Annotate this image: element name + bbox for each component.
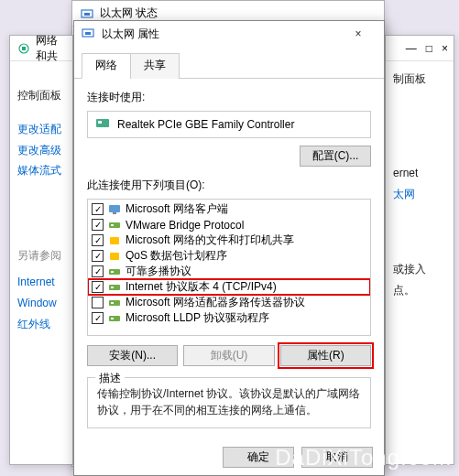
svg-rect-11 [111, 224, 114, 226]
svg-rect-5 [85, 32, 91, 35]
checkbox-icon[interactable] [92, 250, 104, 262]
tab-sharing[interactable]: 共享 [130, 53, 180, 79]
svg-rect-20 [109, 316, 120, 321]
list-item[interactable]: Microsoft 网络客户端 [88, 201, 370, 217]
checkbox-icon[interactable] [92, 203, 104, 215]
client-icon [107, 203, 122, 216]
svg-rect-9 [113, 212, 116, 214]
list-item[interactable]: Microsoft 网络的文件和打印机共享 [88, 233, 370, 248]
items-label: 此连接使用下列项目(O): [87, 178, 371, 193]
description-group: 描述 传输控制协议/Internet 协议。该协议是默认的广域网络协议，用于在不… [87, 377, 371, 428]
bg-window-nav-title: 网络和共 [36, 33, 65, 64]
bg3-text: 制面板 [393, 69, 446, 90]
svg-rect-3 [22, 47, 26, 50]
connection-items-list[interactable]: Microsoft 网络客户端VMware Bridge ProtocolMic… [87, 199, 371, 336]
nav-item[interactable]: 控制面板 [17, 85, 65, 106]
properties-button[interactable]: 属性(R) [280, 345, 371, 366]
list-item-label: Internet 协议版本 4 (TCP/IPv4) [126, 279, 277, 295]
bg3-line1: ernet [393, 163, 446, 184]
network-center-icon [17, 41, 30, 56]
list-item[interactable]: Internet 协议版本 4 (TCP/IPv4) [88, 279, 370, 295]
ethernet-icon [82, 27, 96, 41]
close-button[interactable]: × [340, 23, 377, 45]
svg-rect-12 [110, 237, 119, 244]
bg-window-right: — □ × 制面板 ernet 太网 或接入点。 [385, 35, 454, 465]
ethernet-properties-dialog: 以太网 属性 × 网络 共享 连接时使用: Realtek PCIe GBE F… [73, 20, 385, 476]
list-item-label: 可靠多播协议 [126, 264, 191, 279]
nav-item[interactable]: 更改适配 [17, 119, 65, 140]
nav-item[interactable]: 媒体流式 [17, 160, 65, 181]
tab-network[interactable]: 网络 [82, 53, 131, 79]
cancel-button[interactable]: 取消 [301, 447, 373, 468]
svg-rect-14 [109, 269, 120, 275]
list-item-label: Microsoft 网络客户端 [126, 201, 228, 217]
bg3-line3: 或接入点。 [393, 259, 446, 301]
svg-rect-16 [109, 285, 120, 290]
proto-icon [107, 312, 122, 325]
list-item[interactable]: VMware Bridge Protocol [88, 217, 370, 233]
svg-rect-7 [98, 121, 102, 124]
description-text: 传输控制协议/Internet 协议。该协议是默认的广域网络协议，用于在不同的相… [97, 385, 361, 418]
nav-link[interactable]: Window [17, 293, 65, 314]
checkbox-icon[interactable] [92, 281, 104, 293]
checkbox-icon[interactable] [92, 265, 104, 277]
nic-icon [95, 117, 110, 132]
checkbox-icon[interactable] [92, 297, 104, 308]
svg-rect-17 [111, 287, 114, 288]
nav-link[interactable]: Internet [17, 272, 65, 293]
see-also-label: 另请参阅 [17, 245, 65, 266]
max-icon[interactable]: □ [426, 42, 432, 55]
ok-button[interactable]: 确定 [223, 447, 294, 468]
nav-link[interactable]: 红外线 [17, 314, 65, 335]
close-icon[interactable]: × [442, 42, 448, 55]
ethernet-icon [80, 6, 94, 21]
service-icon [107, 250, 122, 263]
configure-button[interactable]: 配置(C)... [300, 146, 371, 167]
uninstall-button: 卸载(U) [183, 345, 274, 366]
list-item[interactable]: QoS 数据包计划程序 [88, 248, 370, 264]
tab-strip: 网络 共享 [74, 49, 384, 79]
checkbox-icon[interactable] [92, 219, 104, 231]
adapter-box: Realtek PCIe GBE Family Controller [87, 111, 371, 138]
min-icon[interactable]: — [406, 42, 417, 55]
service-icon [107, 234, 122, 247]
svg-rect-13 [110, 253, 119, 260]
adapter-name: Realtek PCIe GBE Family Controller [117, 118, 294, 131]
list-item[interactable]: Microsoft 网络适配器多路传送器协议 [88, 295, 370, 310]
svg-rect-15 [111, 271, 114, 273]
proto-icon [107, 265, 122, 278]
svg-rect-8 [109, 205, 120, 212]
svg-rect-10 [109, 222, 120, 228]
bg3-line2[interactable]: 太网 [393, 184, 446, 205]
list-item[interactable]: 可靠多播协议 [88, 264, 370, 279]
install-button[interactable]: 安装(N)... [87, 345, 178, 366]
dialog-titlebar[interactable]: 以太网 属性 × [74, 21, 384, 47]
svg-rect-18 [109, 300, 120, 306]
bg-window-status-title: 以太网 状态 [100, 5, 158, 21]
list-item-label: VMware Bridge Protocol [126, 219, 244, 232]
svg-rect-19 [111, 302, 114, 304]
connect-using-label: 连接时使用: [87, 90, 371, 105]
description-title: 描述 [95, 371, 125, 386]
list-item-label: Microsoft LLDP 协议驱动程序 [126, 310, 269, 326]
checkbox-icon[interactable] [92, 312, 104, 324]
bg-window-nav: 网络和共 控制面板 更改适配 更改高级 媒体流式 另请参阅 Internet W… [9, 35, 73, 465]
proto-icon [107, 297, 122, 309]
proto-icon [107, 219, 122, 232]
svg-rect-21 [111, 318, 114, 319]
dialog-title: 以太网 属性 [102, 27, 340, 42]
proto-icon [107, 281, 122, 294]
list-item-label: QoS 数据包计划程序 [126, 248, 227, 264]
list-item-label: Microsoft 网络的文件和打印机共享 [126, 233, 294, 248]
list-item-label: Microsoft 网络适配器多路传送器协议 [126, 295, 305, 310]
list-item[interactable]: Microsoft LLDP 协议驱动程序 [88, 310, 370, 326]
svg-rect-1 [84, 13, 90, 16]
checkbox-icon[interactable] [92, 234, 104, 246]
nav-item[interactable]: 更改高级 [17, 140, 65, 161]
